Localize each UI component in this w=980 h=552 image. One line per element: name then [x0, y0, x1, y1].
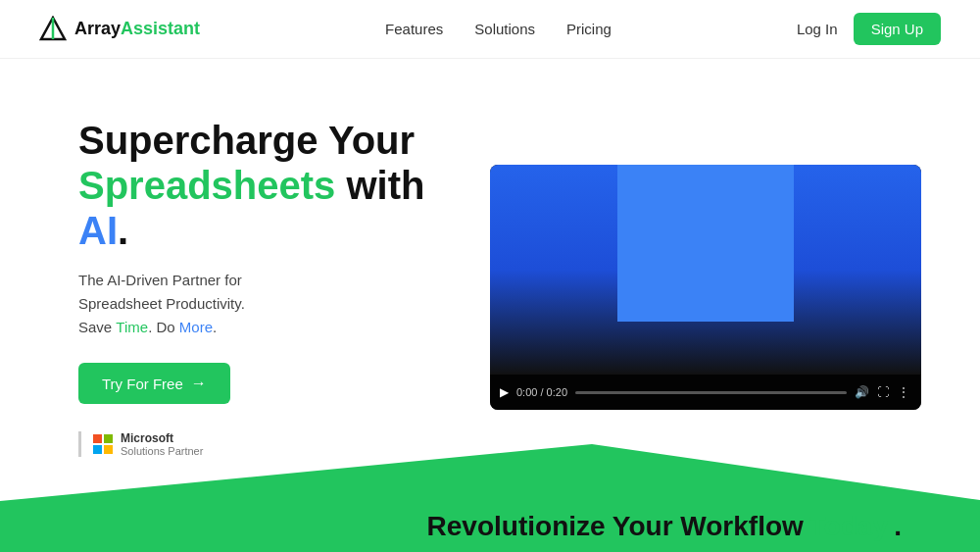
signup-button[interactable]: Sign Up — [854, 13, 941, 45]
bottom-text: Revolutionize Your Workflow Today. — [427, 511, 902, 542]
logo-icon — [39, 16, 67, 43]
hero-video: ▶ 0:00 / 0:20 🔊 ⛶ ⋮ — [490, 165, 921, 410]
nav-right: Log In Sign Up — [797, 13, 941, 45]
play-button[interactable]: ▶ — [500, 385, 509, 399]
try-for-free-button[interactable]: Try For Free → — [78, 363, 230, 404]
logo-text: ArrayAssistant — [74, 19, 200, 39]
bottom-section: Revolutionize Your Workflow Today. — [0, 425, 980, 552]
video-player[interactable]: ▶ 0:00 / 0:20 🔊 ⛶ ⋮ — [490, 165, 921, 410]
progress-bar[interactable] — [575, 391, 847, 394]
nav-links: Features Solutions Pricing — [385, 21, 612, 37]
hero-left: Supercharge Your Spreadsheets with AI. T… — [78, 118, 451, 457]
nav-solutions[interactable]: Solutions — [474, 21, 535, 37]
video-content — [490, 165, 921, 375]
video-thumbnail — [617, 165, 794, 322]
more-link: More — [179, 319, 213, 335]
arrow-icon: → — [191, 375, 207, 392]
more-options-icon[interactable]: ⋮ — [897, 384, 911, 400]
nav-pricing[interactable]: Pricing — [566, 21, 612, 37]
volume-icon[interactable]: 🔊 — [855, 385, 869, 399]
fullscreen-icon[interactable]: ⛶ — [877, 385, 889, 399]
video-time: 0:00 / 0:20 — [516, 386, 567, 398]
hero-title: Supercharge Your Spreadsheets with AI. — [78, 118, 451, 253]
logo[interactable]: ArrayAssistant — [39, 16, 200, 43]
login-button[interactable]: Log In — [797, 21, 838, 37]
navbar: ArrayAssistant Features Solutions Pricin… — [0, 0, 980, 59]
nav-features[interactable]: Features — [385, 21, 443, 37]
hero-subtitle: The AI-Driven Partner for Spreadsheet Pr… — [78, 269, 451, 339]
video-controls: ▶ 0:00 / 0:20 🔊 ⛶ ⋮ — [490, 375, 921, 410]
time-link: Time — [116, 319, 148, 335]
